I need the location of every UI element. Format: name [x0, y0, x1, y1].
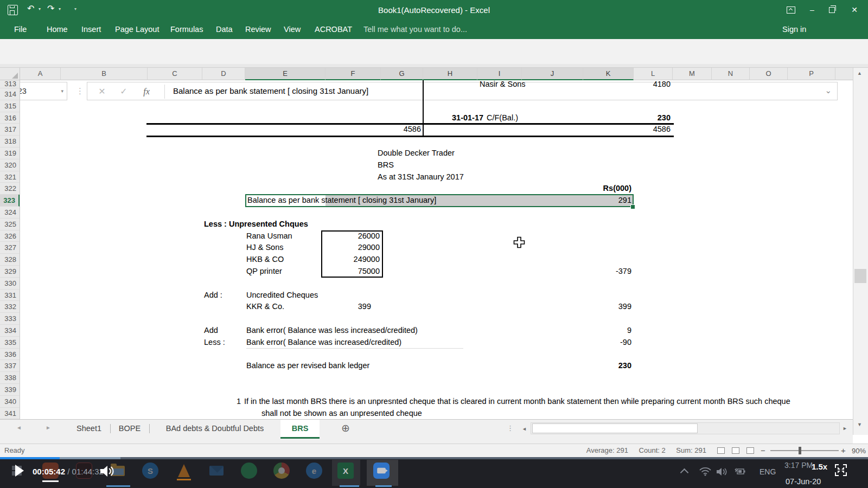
row-header-333[interactable]: 333: [0, 313, 20, 325]
cell-e328-name[interactable]: HKB & CO: [246, 254, 284, 266]
row-header-324[interactable]: 324: [0, 207, 20, 219]
sheet-nav-left-icon[interactable]: ◄: [16, 425, 22, 431]
row-header-326[interactable]: 326: [0, 230, 20, 242]
tab-home[interactable]: Home: [47, 20, 68, 39]
cell-k337-value[interactable]: 230: [566, 360, 631, 372]
cell-f327-amount[interactable]: 29000: [315, 242, 380, 254]
insert-function-icon[interactable]: fx: [138, 82, 155, 101]
enter-check-icon[interactable]: ✓: [116, 82, 132, 101]
cell-e331-uncredited[interactable]: Uncredited Cheques: [246, 290, 318, 301]
row-header-322[interactable]: 322: [0, 183, 20, 195]
column-header-g[interactable]: G: [381, 68, 423, 80]
fill-handle[interactable]: [630, 204, 635, 209]
cell-e340-note[interactable]: If in the last month BRS there is an unp…: [244, 396, 790, 408]
cell-i316-label[interactable]: C/F(Bal.): [487, 112, 518, 124]
cell-f326-amount[interactable]: 26000: [315, 230, 380, 242]
vlc-icon[interactable]: [176, 463, 192, 479]
row-header-320[interactable]: 320: [0, 159, 20, 171]
cell-k323-value[interactable]: 291: [566, 195, 631, 207]
row-header-323[interactable]: 323: [0, 195, 20, 207]
cell-g321-date[interactable]: As at 31St Janaury 2017: [378, 171, 464, 183]
cell-f329-amount[interactable]: 75000: [315, 266, 380, 278]
cell-l316-amount[interactable]: 230: [605, 112, 671, 124]
row-header-334[interactable]: 334: [0, 325, 20, 337]
tab-review[interactable]: Review: [245, 20, 271, 39]
tab-formulas[interactable]: Formulas: [170, 20, 203, 39]
close-button[interactable]: ✕: [846, 0, 863, 20]
row-header-335[interactable]: 335: [0, 337, 20, 349]
row-header-331[interactable]: 331: [0, 290, 20, 301]
row-header-321[interactable]: 321: [0, 171, 20, 183]
tab-view[interactable]: View: [284, 20, 301, 39]
column-header-e[interactable]: E: [245, 68, 326, 80]
cell-g319-company[interactable]: Double Decker Trader: [378, 147, 455, 159]
page-layout-view-icon[interactable]: [732, 447, 739, 454]
tell-me-box[interactable]: Tell me what you want to do...: [363, 20, 467, 39]
cell-d340-note-number[interactable]: 1: [176, 396, 241, 408]
row-header-332[interactable]: 332: [0, 301, 20, 313]
vertical-scrollbar[interactable]: [853, 68, 868, 435]
sheet-tab-sheet1[interactable]: Sheet1: [68, 420, 110, 437]
scroll-down-icon[interactable]: ▼: [857, 422, 862, 427]
zoom-in-icon[interactable]: +: [841, 446, 846, 455]
cell-h316-date[interactable]: 31-01-17: [452, 112, 483, 124]
wifi-icon[interactable]: [699, 466, 712, 476]
hscroll-right-icon[interactable]: ►: [843, 426, 847, 431]
select-all-corner[interactable]: [0, 68, 20, 80]
column-header-p[interactable]: P: [788, 68, 835, 80]
formula-bar-drag-handle[interactable]: ⋮: [76, 82, 83, 100]
sheet-nav-right-icon[interactable]: ►: [46, 425, 51, 431]
formula-input[interactable]: ✕ ✓ fx Balance as per bank statement [ c…: [87, 82, 838, 100]
cell-d334-add[interactable]: Add: [204, 325, 218, 337]
skype-icon[interactable]: S: [142, 463, 158, 479]
cell-e337-revised[interactable]: Balance as per revised bank ledger: [246, 360, 369, 372]
row-header-341[interactable]: 341: [0, 408, 20, 420]
expand-formula-bar-icon[interactable]: ⌄: [825, 82, 832, 99]
zoom-app-icon[interactable]: [373, 463, 390, 479]
cell-l317-total[interactable]: 4586: [605, 124, 671, 136]
scroll-up-icon[interactable]: ▲: [857, 70, 862, 76]
cell-e341-note[interactable]: shall not be shown as an unpresented che…: [261, 408, 422, 420]
row-header-340[interactable]: 340: [0, 396, 20, 408]
row-header-327[interactable]: 327: [0, 242, 20, 254]
edge-icon[interactable]: e: [306, 463, 322, 479]
cell-e323-label[interactable]: Balance as per bank statement [ closing …: [247, 195, 436, 207]
column-header-b[interactable]: B: [61, 68, 148, 80]
horizontal-scrollbar-thumb[interactable]: [532, 423, 698, 433]
sheet-tab-bope[interactable]: BOPE: [111, 420, 149, 437]
volume-icon[interactable]: [99, 465, 114, 478]
row-header-329[interactable]: 329: [0, 266, 20, 278]
cell-e327-name[interactable]: HJ & Sons: [246, 242, 284, 254]
cell-e329-name[interactable]: QP printer: [246, 266, 282, 278]
play-button[interactable]: [15, 465, 24, 477]
zoom-slider-handle[interactable]: [799, 447, 801, 454]
tab-acrobat[interactable]: ACROBAT: [315, 20, 352, 39]
language-indicator[interactable]: ENG: [760, 467, 776, 476]
cell-f328-amount[interactable]: 249000: [315, 254, 380, 266]
minimize-button[interactable]: –: [804, 0, 820, 20]
add-sheet-icon[interactable]: ⊕: [337, 420, 354, 437]
restore-button[interactable]: [829, 7, 835, 13]
cell-e335-bank-error[interactable]: Bank error( Balance was increased/credit…: [246, 337, 401, 349]
column-header-f[interactable]: F: [326, 68, 381, 80]
battery-charging-icon[interactable]: [731, 467, 745, 476]
row-header-325[interactable]: 325: [0, 219, 20, 230]
column-header-o[interactable]: O: [750, 68, 788, 80]
cell-d325-less-unpresented[interactable]: Less : Unpresented Chques: [204, 219, 308, 230]
whatsapp-icon[interactable]: [241, 463, 257, 479]
row-header-337[interactable]: 337: [0, 360, 20, 372]
row-header-318[interactable]: 318: [0, 136, 20, 147]
cell-k335-value[interactable]: -90: [566, 337, 631, 349]
row-header-313[interactable]: 313: [0, 80, 20, 88]
cancel-icon[interactable]: ✕: [94, 82, 110, 101]
row-header-319[interactable]: 319: [0, 147, 20, 159]
column-header-c[interactable]: C: [148, 68, 202, 80]
column-header-j[interactable]: J: [522, 68, 583, 80]
cell-g320-doc[interactable]: BRS: [378, 159, 394, 171]
video-progress-track[interactable]: [0, 457, 868, 459]
tab-data[interactable]: Data: [216, 20, 233, 39]
cell-f332-amount[interactable]: 399: [306, 301, 371, 313]
name-box-dropdown-icon[interactable]: ▾: [61, 82, 63, 100]
ribbon-display-options-icon[interactable]: [787, 7, 795, 14]
tabbar-drag-handle[interactable]: ⋮: [507, 423, 513, 434]
